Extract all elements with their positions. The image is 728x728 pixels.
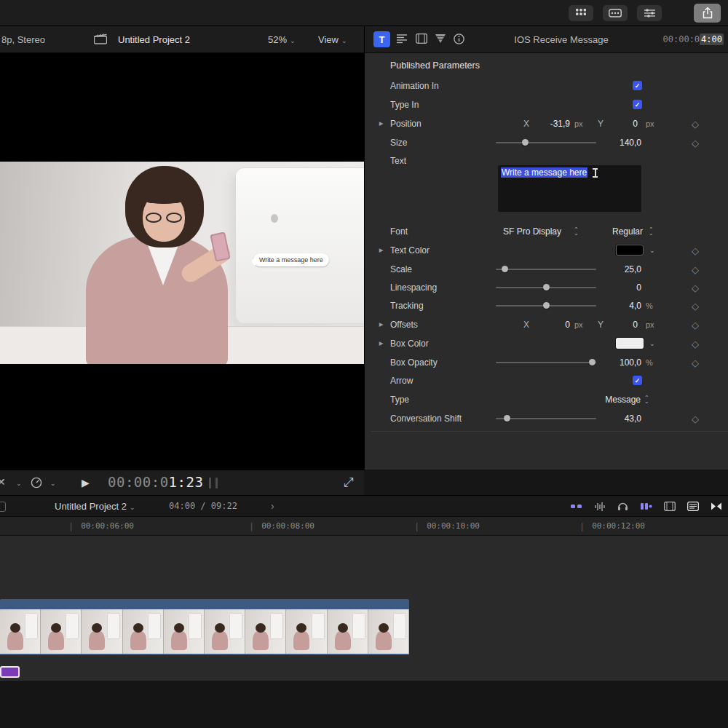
popup-arrows-icon[interactable]: ⌃⌄ [574, 228, 579, 235]
box-opacity-slider[interactable] [496, 353, 596, 372]
view-menu[interactable]: View⌄ [318, 34, 347, 45]
arrow-checkbox[interactable]: ✓ [633, 376, 642, 385]
tab-color-inspector[interactable] [435, 33, 446, 44]
title-overlay-bubble[interactable]: Write a message here [253, 253, 329, 266]
filmstrip-thumbnail [368, 609, 409, 654]
play-button[interactable]: ▶ [82, 477, 90, 488]
box-opacity-value[interactable]: 100,0 [583, 357, 641, 368]
size-slider[interactable] [496, 133, 596, 152]
browser-grid-button[interactable] [569, 5, 593, 21]
position-x-value[interactable]: -31,9 [529, 119, 570, 129]
disclosure-icon[interactable]: ▶ [379, 322, 384, 328]
zoom-menu[interactable]: 52%⌄ [268, 34, 296, 45]
skimming-button[interactable] [640, 502, 652, 511]
keyframe-diamond[interactable]: ◇ [692, 339, 699, 349]
font-style-popup[interactable]: Regular [612, 226, 643, 237]
trim-mode-button[interactable] [711, 502, 722, 511]
box-color-swatch[interactable] [616, 338, 644, 349]
position-y-value[interactable]: 0 [605, 119, 638, 129]
viewer-canvas[interactable]: Write a message here [0, 53, 364, 470]
slider-knob[interactable] [504, 415, 510, 422]
chevron-right-icon[interactable]: › [271, 500, 274, 512]
param-label: Animation In [390, 81, 439, 91]
adjust-button[interactable] [637, 5, 662, 21]
conversation-shift-value[interactable]: 43,0 [583, 414, 641, 424]
slider-knob[interactable] [522, 139, 529, 146]
keyframe-diamond[interactable]: ◇ [692, 119, 699, 130]
keyframe-diamond[interactable]: ◇ [692, 320, 699, 331]
tab-title-inspector[interactable]: T [373, 31, 390, 47]
chevron-down-icon: ⌄ [130, 504, 135, 511]
timeline-area[interactable] [0, 536, 728, 728]
chevron-down-icon[interactable]: ⌄ [50, 480, 56, 487]
text-input[interactable]: Write a message here [498, 165, 641, 212]
filmstrip-thumbnail [82, 609, 122, 654]
transform-tool-icon[interactable]: ✕ [0, 476, 6, 488]
check-icon: ✓ [635, 101, 641, 108]
clip-lanes-button[interactable] [570, 502, 582, 511]
audio-waveform-button[interactable] [594, 502, 606, 511]
type-popup[interactable]: Message [583, 395, 641, 405]
chevron-down-icon[interactable]: ⌄ [649, 340, 655, 347]
timeline-project-title[interactable]: Untitled Project 2⌄ [55, 501, 135, 512]
popup-arrows-icon[interactable]: ⌃⌄ [649, 228, 654, 235]
clip-appearance-button[interactable] [664, 502, 676, 511]
timeline-ruler[interactable]: |00:00:06:00 |00:00:08:00 |00:00:10:00 |… [0, 517, 728, 536]
ruler-mark: |00:00:12:00 [581, 517, 645, 535]
size-value[interactable]: 140,0 [583, 138, 641, 148]
timeline-index-button[interactable] [0, 502, 6, 512]
inspector-timecode[interactable]: 00:00:04:00 [663, 34, 724, 44]
scale-value[interactable]: 25,0 [583, 264, 641, 274]
timeline-list-button[interactable] [687, 502, 699, 511]
animation-in-checkbox[interactable]: ✓ [633, 81, 642, 90]
effects-browser-button[interactable] [603, 5, 628, 21]
keyframe-diamond[interactable]: ◇ [692, 264, 699, 275]
tab-text-inspector[interactable] [397, 33, 408, 44]
fullscreen-icon[interactable]: ⤢ [344, 475, 354, 490]
keyframe-diamond[interactable]: ◇ [692, 138, 699, 149]
row-box-color: ▶ Box Color ⌄ ◇ [365, 334, 728, 353]
tracking-value[interactable]: 4,0 [583, 301, 641, 311]
slider-track [496, 362, 596, 363]
slider-knob[interactable] [543, 302, 550, 309]
tracking-slider[interactable] [496, 296, 596, 315]
text-color-swatch[interactable] [616, 245, 644, 256]
disclosure-icon[interactable]: ▶ [379, 121, 384, 127]
chevron-down-icon[interactable]: ⌄ [16, 480, 22, 487]
thumbnail-person [293, 630, 309, 650]
disclosure-icon[interactable]: ▶ [379, 341, 384, 347]
audio-meter-bar[interactable] [209, 478, 211, 488]
disclosure-icon[interactable]: ▶ [379, 248, 384, 254]
thumbnail-imac [352, 613, 365, 639]
share-button[interactable] [694, 4, 721, 23]
slider-knob[interactable] [502, 266, 508, 272]
audio-meter-bar[interactable] [215, 478, 218, 488]
keyframe-diamond[interactable]: ◇ [692, 301, 699, 312]
video-clip[interactable] [0, 599, 409, 655]
viewer-timecode[interactable]: 00:00:01:23 [108, 474, 203, 490]
conversation-shift-slider[interactable] [496, 409, 596, 428]
audio-monitor-button[interactable] [617, 501, 628, 511]
keyframe-diamond[interactable]: ◇ [692, 357, 699, 368]
scale-slider[interactable] [496, 260, 596, 279]
font-family-popup[interactable]: SF Pro Display [503, 226, 561, 237]
retime-gauge-icon[interactable] [31, 477, 42, 488]
thumbnail-imac [66, 613, 79, 639]
keyframe-diamond[interactable]: ◇ [692, 282, 699, 293]
ruler-mark: |00:00:08:00 [250, 517, 314, 535]
slider-knob[interactable] [543, 284, 550, 290]
offsets-y-value[interactable]: 0 [605, 320, 638, 330]
param-label: Font [390, 226, 408, 237]
tab-video-inspector[interactable] [416, 33, 427, 44]
title-clip-selected[interactable] [0, 666, 20, 678]
keyframe-diamond[interactable]: ◇ [692, 245, 699, 256]
type-in-checkbox[interactable]: ✓ [633, 100, 642, 109]
offsets-x-value[interactable]: 0 [529, 320, 570, 330]
selected-text: Write a message here [501, 167, 587, 178]
linespacing-slider[interactable] [496, 278, 596, 297]
linespacing-value[interactable]: 0 [583, 282, 641, 293]
chevron-down-icon[interactable]: ⌄ [649, 247, 655, 254]
filmstrip-thumbnail [0, 609, 41, 654]
keyframe-diamond[interactable]: ◇ [692, 414, 699, 424]
popup-arrows-icon[interactable]: ⌃⌄ [644, 396, 649, 403]
